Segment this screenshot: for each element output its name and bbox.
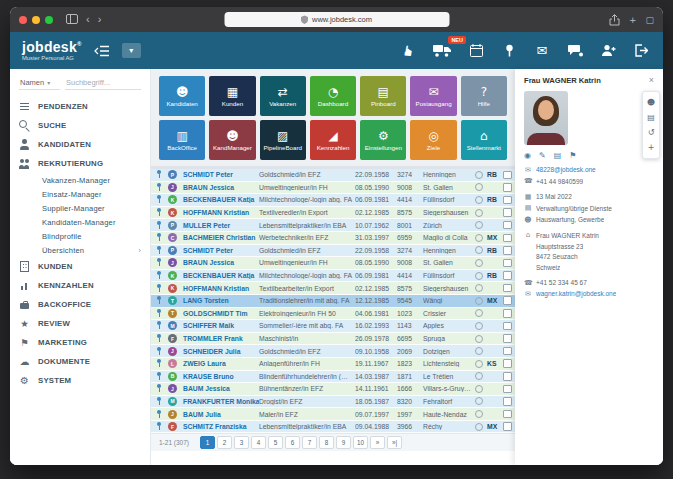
app-tile[interactable]: ☻ KandManager: [209, 120, 255, 160]
status-ring-icon[interactable]: [475, 221, 483, 229]
window-close-button[interactable]: [19, 16, 27, 24]
table-row[interactable]: P SCHMIDT Peter Goldschmied/in EFZ 22.09…: [151, 169, 515, 182]
app-tile[interactable]: ◢ Kennzahlen: [310, 120, 356, 160]
row-checkbox[interactable]: [503, 246, 512, 255]
pin-icon[interactable]: [155, 246, 163, 255]
row-checkbox[interactable]: [503, 372, 512, 381]
status-ring-icon[interactable]: [475, 423, 483, 431]
table-row[interactable]: T LANG Torsten Traditionslehrer/in mit a…: [151, 295, 515, 308]
candidate-name[interactable]: TROMMLER Frank: [183, 335, 259, 342]
app-tile[interactable]: ◔ Dashboard: [310, 76, 356, 116]
share-icon[interactable]: [609, 14, 620, 26]
sidebar-item[interactable]: REVIEW: [10, 314, 150, 333]
candidate-name[interactable]: FRANKFURTER Monika: [183, 398, 259, 405]
candidate-name[interactable]: HOFFMANN Kristian: [183, 209, 259, 216]
candidate-name[interactable]: HOFFMANN Kristian: [183, 285, 259, 292]
row-checkbox[interactable]: [503, 397, 512, 406]
toolbar-icon[interactable]: ↺: [648, 125, 655, 140]
table-row[interactable]: J BAUM Julia Maler/in EFZ 09.07.1997 199…: [151, 408, 515, 421]
candidate-name[interactable]: SCHMIDT Peter: [183, 247, 259, 254]
add-user-icon[interactable]: [600, 43, 616, 59]
pin-icon[interactable]: [155, 195, 163, 204]
status-ring-icon[interactable]: [475, 335, 483, 343]
detail-text[interactable]: +41 52 334 45 67: [536, 279, 587, 287]
candidate-name[interactable]: SCHMIDT Peter: [183, 171, 259, 178]
detail-text[interactable]: Hauswartung, Gewerbe: [536, 216, 604, 224]
sidebar-search-input[interactable]: [65, 76, 141, 90]
new-tab-icon[interactable]: +: [629, 15, 637, 25]
row-checkbox[interactable]: [503, 410, 512, 419]
pin-icon[interactable]: [155, 410, 163, 419]
next-page-button[interactable]: »: [370, 436, 385, 449]
table-row[interactable]: F TROMMLER Frank Maschinist/in 26.09.197…: [151, 333, 515, 346]
sidebar-item[interactable]: Blindprofile: [10, 229, 150, 243]
detail-text[interactable]: Hauptstrasse 23: [536, 243, 583, 251]
pin-icon[interactable]: [155, 296, 163, 305]
status-ring-icon[interactable]: [475, 397, 483, 405]
page-button[interactable]: 10: [353, 436, 368, 449]
name-filter-select[interactable]: Namen ▾: [19, 76, 60, 90]
status-ring-icon[interactable]: [475, 284, 483, 292]
sidebar-item[interactable]: SUCHE: [10, 116, 150, 135]
candidate-name[interactable]: KRAUSE Bruno: [183, 373, 259, 380]
candidate-name[interactable]: GOLDSCHMIDT Tim: [183, 310, 259, 317]
pin-icon[interactable]: [155, 422, 163, 431]
detail-text[interactable]: +41 44 9840599: [536, 178, 583, 186]
app-logo[interactable]: jobdesk® Muster Personal AG: [22, 40, 82, 62]
sidebar-item[interactable]: DOKUMENTE: [10, 352, 150, 371]
sidebar-item[interactable]: BACKOFFICE: [10, 295, 150, 314]
row-checkbox[interactable]: [503, 196, 512, 205]
table-row[interactable]: M FRANKFURTER Monika Drogist/in EFZ 18.0…: [151, 396, 515, 409]
chat-icon[interactable]: [567, 43, 583, 59]
row-checkbox[interactable]: [503, 309, 512, 318]
row-checkbox[interactable]: [503, 221, 512, 230]
table-row[interactable]: J BRAUN Jessica Umweltingenieur/in FH 08…: [151, 182, 515, 195]
detail-text[interactable]: wagner.katrin@jobdesk.one: [536, 290, 616, 298]
app-tile[interactable]: ▨ PipelineBoard: [260, 120, 306, 160]
row-checkbox[interactable]: [503, 347, 512, 356]
candidate-name[interactable]: BRAUN Jessica: [183, 259, 259, 266]
sidebar-item[interactable]: Vakanzen-Manager: [10, 173, 150, 187]
pin-icon[interactable]: [155, 208, 163, 217]
sidebar-item[interactable]: REKRUTIERUNG: [10, 154, 150, 173]
sidebar-item[interactable]: PENDENZEN: [10, 97, 150, 116]
pin-icon[interactable]: [155, 334, 163, 343]
candidate-name[interactable]: SCHNEIDER Julia: [183, 348, 259, 355]
table-row[interactable]: J BAUM Jessica Bühnentänzer/in EFZ 14.11…: [151, 383, 515, 396]
row-checkbox[interactable]: [503, 385, 512, 394]
app-tile[interactable]: ✉ Postausgang: [410, 76, 456, 116]
app-tile[interactable]: ⚙ Einstellungen: [360, 120, 406, 160]
candidate-name[interactable]: LANG Torsten: [183, 297, 259, 304]
pin-icon[interactable]: [501, 43, 517, 59]
status-ring-icon[interactable]: [475, 385, 483, 393]
hand-icon[interactable]: ☛: [400, 43, 416, 59]
page-button[interactable]: 6: [285, 436, 300, 449]
profile-action-icon[interactable]: ◉: [524, 151, 531, 160]
detail-text[interactable]: Frau WAGNER Katrin: [536, 232, 599, 240]
menu-collapse-icon[interactable]: [94, 43, 110, 59]
page-button[interactable]: 8: [319, 436, 334, 449]
window-minimize-button[interactable]: [32, 16, 40, 24]
app-tile[interactable]: ▦ Kunden: [209, 76, 255, 116]
table-row[interactable]: M SCHIFFER Maik Sommelier/-ière mit abg.…: [151, 320, 515, 333]
app-tile[interactable]: ⇄ Vakanzen: [260, 76, 306, 116]
sidebar-item[interactable]: Übersichten ›: [10, 243, 150, 257]
table-row[interactable]: K HOFFMANN Kristian Textilveredler/in Ex…: [151, 207, 515, 220]
candidate-name[interactable]: BECKENBAUER Katja: [183, 272, 259, 279]
row-checkbox[interactable]: [503, 208, 512, 217]
table-row[interactable]: P MÜLLER Peter Lebensmittelpraktiker/in …: [151, 219, 515, 232]
pin-icon[interactable]: [155, 384, 163, 393]
pin-icon[interactable]: [155, 347, 163, 356]
row-checkbox[interactable]: [503, 334, 512, 343]
row-checkbox[interactable]: [503, 259, 512, 268]
sidebar-item[interactable]: KANDIDATEN: [10, 135, 150, 154]
row-checkbox[interactable]: [503, 171, 512, 180]
table-row[interactable]: L ZWEIG Laura Anlagenführer/in FH 19.11.…: [151, 358, 515, 371]
window-zoom-button[interactable]: [45, 16, 53, 24]
row-checkbox[interactable]: [503, 284, 512, 293]
row-checkbox[interactable]: [503, 296, 512, 305]
status-ring-icon[interactable]: [475, 196, 483, 204]
app-tile[interactable]: ⌂ Stellenmarkt: [461, 120, 507, 160]
row-checkbox[interactable]: [503, 322, 512, 331]
candidate-name[interactable]: SCHIFFER Maik: [183, 322, 259, 329]
